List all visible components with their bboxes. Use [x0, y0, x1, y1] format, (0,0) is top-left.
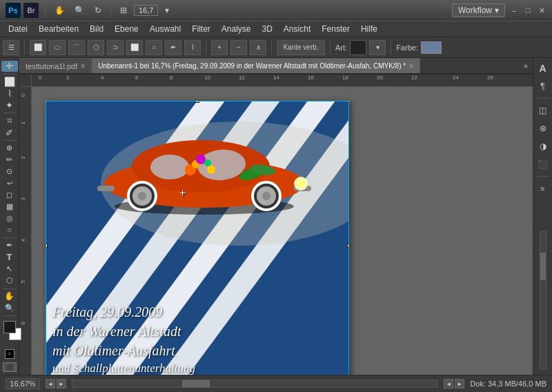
zoom-tool-title[interactable]: 🔍 — [72, 4, 88, 17]
tab2-close[interactable]: ✕ — [408, 62, 414, 70]
pen-opt[interactable]: ✒ — [165, 40, 181, 55]
lasso-opt[interactable]: ⌒ — [68, 40, 85, 55]
title-bar: Ps Br ✋ 🔍 ↻ ⊞ 16,7 ▾ Workflow ▾ – □ ✕ — [0, 0, 552, 21]
canvas-viewport[interactable]: 0 2 4 6 8 10 12 14 16 18 20 22 24 26 0 1… — [19, 75, 533, 375]
menu-filter[interactable]: Filter — [186, 23, 216, 35]
shape-ellipse-opt[interactable]: ○ — [146, 40, 162, 55]
history-brush-tool[interactable]: ↩ — [1, 178, 18, 189]
tab1-close[interactable]: ✕ — [80, 62, 86, 70]
eraser-tool[interactable]: ◻ — [1, 189, 18, 200]
color-picker[interactable] — [3, 321, 16, 346]
layers-panel-btn[interactable]: ◫ — [535, 103, 551, 118]
zoom-dropdown-icon[interactable]: ▾ — [162, 4, 172, 17]
adjustments-panel-btn[interactable]: ◑ — [535, 139, 551, 154]
scroll-indicator: ≡ — [535, 181, 551, 196]
ruler-vertical: 0 1 2 3 4 5 6 — [19, 87, 32, 375]
pen-tool[interactable]: ✒ — [1, 240, 18, 251]
zoom-display[interactable]: 16,67% — [6, 378, 40, 389]
menu-ansicht[interactable]: Ansicht — [278, 23, 316, 35]
prev-page-btn[interactable]: ◄ — [46, 379, 55, 389]
sel-handle-tr[interactable] — [347, 101, 349, 103]
crop-tool[interactable]: ⌗ — [1, 115, 18, 126]
zoom-tool[interactable]: 🔍 — [1, 302, 18, 313]
gradient-tool[interactable]: ▦ — [1, 201, 18, 212]
lasso-tool[interactable]: ⌇ — [1, 88, 18, 99]
refine-edge-opt[interactable]: Kante verb. — [277, 40, 325, 55]
sel-handle-tm[interactable] — [195, 101, 199, 103]
menu-ebene[interactable]: Ebene — [109, 23, 144, 35]
clone-tool[interactable]: ⊙ — [1, 166, 18, 177]
freeform-opt[interactable]: ⌇ — [184, 40, 201, 55]
canvas-content[interactable]: Freitag, 29.09.2009 in der Warener Altst… — [32, 87, 533, 375]
canvas-text: Freitag, 29.09.2009 in der Warener Altst… — [52, 302, 342, 375]
scroll-left-btn[interactable]: ◄ — [444, 379, 453, 389]
rect-select-tool[interactable]: ⬜ — [1, 77, 18, 88]
screen-mode[interactable]: ⬛ — [3, 362, 17, 372]
tab-unbenannt[interactable]: Unbenannt-1 bei 16,7% (Freitag, 29.09.20… — [92, 58, 420, 73]
restore-button[interactable]: □ — [523, 6, 533, 15]
brush-tool[interactable]: ✏ — [1, 155, 18, 166]
move-tool[interactable]: ✛ — [1, 61, 18, 72]
zoom-input[interactable]: 16,7 — [134, 5, 158, 16]
magnet-opt[interactable]: ⊃ — [107, 40, 124, 55]
color-swatch[interactable] — [421, 41, 442, 54]
quick-mask-icon[interactable]: ○ — [5, 349, 14, 359]
shape-tool[interactable]: ⬡ — [1, 275, 18, 286]
text-tool[interactable]: T — [1, 252, 18, 263]
title-bar-right: Workflow ▾ – □ ✕ — [452, 3, 546, 17]
mask-panel-btn[interactable]: ⬛ — [535, 157, 551, 172]
menu-auswahl[interactable]: Auswahl — [144, 23, 186, 35]
menu-datei[interactable]: Datei — [3, 23, 33, 35]
tool-preset-btn[interactable]: ☰ — [3, 40, 19, 55]
hand-tool[interactable]: ✋ — [1, 291, 18, 302]
sel-handle-ml[interactable] — [46, 244, 48, 248]
dodge-tool[interactable]: ○ — [1, 224, 18, 235]
status-right: Dok: 34,3 MB/46,0 MB — [470, 380, 546, 388]
magic-wand-tool[interactable]: ✦ — [1, 99, 18, 110]
menu-bearbeiten[interactable]: Bearbeiten — [33, 23, 84, 35]
tab-overflow-btn[interactable]: » — [519, 58, 533, 73]
panel-scroll-thumb[interactable] — [540, 253, 546, 280]
paragraph-panel-btn[interactable]: ¶ — [535, 79, 551, 94]
eyedropper-tool[interactable]: ✐ — [1, 127, 18, 138]
healing-tool[interactable]: ⊕ — [1, 143, 18, 154]
path-select-tool[interactable]: ↖ — [1, 264, 18, 275]
canvas-area[interactable]: testtutoria1l.pdf ✕ Unbenannt-1 bei 16,7… — [19, 58, 533, 375]
menu-fenster[interactable]: Fenster — [316, 23, 355, 35]
menu-bild[interactable]: Bild — [84, 23, 109, 35]
ellipse-select-opt[interactable]: ⬭ — [49, 40, 66, 55]
sel-handle-mr[interactable] — [347, 244, 349, 248]
minimize-button[interactable]: – — [509, 6, 519, 15]
rotate-tool-title[interactable]: ↻ — [92, 4, 104, 17]
menu-3d[interactable]: 3D — [257, 23, 278, 35]
text-panel-btn[interactable]: A — [535, 61, 551, 76]
scroll-right-btn[interactable]: ► — [455, 379, 464, 389]
menu-hilfe[interactable]: Hilfe — [355, 23, 383, 35]
options-bar: ☰ ⬜ ⬭ ⌒ ⬡ ⊃ ⬜ ○ ✒ ⌇ + − ∧ Kante verb. Ar… — [0, 37, 552, 58]
art-dropdown[interactable]: ▾ — [369, 40, 386, 55]
sub-anchor-opt[interactable]: − — [230, 40, 247, 55]
tab-pdf[interactable]: testtutoria1l.pdf ✕ — [19, 58, 92, 73]
add-anchor-opt[interactable]: + — [211, 40, 228, 55]
shape-rect-opt[interactable]: ⬜ — [126, 40, 143, 55]
h-scrollbar[interactable] — [72, 380, 438, 388]
panel-scrollbar[interactable] — [540, 231, 546, 369]
h-scroll-thumb[interactable] — [182, 380, 210, 387]
close-button[interactable]: ✕ — [537, 6, 546, 15]
sel-handle-tl[interactable] — [46, 101, 48, 103]
title-bar-left: Ps Br ✋ 🔍 ↻ ⊞ 16,7 ▾ — [6, 3, 172, 18]
menu-analyse[interactable]: Analyse — [216, 23, 257, 35]
hand-tool-title[interactable]: ✋ — [52, 4, 68, 17]
document-canvas[interactable]: Freitag, 29.09.2009 in der Warener Altst… — [46, 101, 349, 375]
rect-select-opt[interactable]: ⬜ — [30, 40, 46, 55]
workflow-button[interactable]: Workflow ▾ — [452, 3, 505, 17]
convert-pt-opt[interactable]: ∧ — [250, 40, 266, 55]
grid-icon[interactable]: ⊞ — [117, 4, 130, 17]
polygon-opt[interactable]: ⬡ — [88, 40, 104, 55]
fx-panel-btn[interactable]: ⊛ — [535, 121, 551, 136]
foreground-color[interactable] — [3, 321, 16, 333]
art-swatch[interactable] — [350, 40, 366, 55]
blur-tool[interactable]: ◎ — [1, 213, 18, 224]
svg-point-24 — [196, 155, 206, 164]
next-page-btn[interactable]: ► — [57, 379, 66, 389]
